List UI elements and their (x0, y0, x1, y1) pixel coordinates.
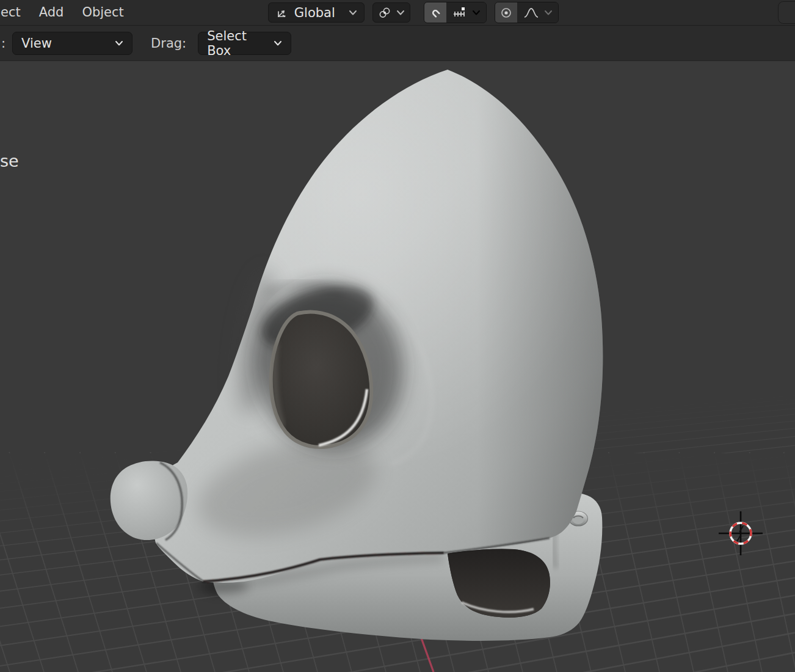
transform-orientation-dropdown[interactable]: Global (268, 2, 365, 23)
pivot-point-icon (378, 6, 391, 20)
proportional-editing-icon (499, 6, 513, 20)
nose (111, 461, 187, 540)
transform-orientation-value: Global (294, 5, 343, 20)
chevron-down-icon (396, 10, 405, 16)
snap-toggle-button[interactable] (424, 2, 446, 23)
drag-action-value: Select Box (207, 29, 274, 58)
chevron-down-icon (349, 10, 357, 16)
pivot-point-dropdown[interactable] (372, 2, 410, 23)
proportional-edit-group (495, 2, 559, 23)
chevron-down-icon (115, 40, 123, 46)
snapping-group (424, 2, 487, 23)
snap-settings-button[interactable] (446, 2, 486, 23)
chevron-down-icon (274, 40, 282, 46)
gizmo-view-value: View (21, 36, 52, 51)
chevron-down-icon (544, 10, 553, 16)
snap-increments-icon (452, 5, 468, 20)
snap-magnet-icon (429, 6, 442, 20)
falloff-smooth-icon (523, 5, 540, 20)
viewport-header-bar: ect Add Object Global (0, 0, 795, 26)
clipped-tool-label: : (1, 36, 5, 51)
proportional-editing-toggle[interactable] (495, 2, 517, 23)
tool-settings-bar: : View Drag: Select Box (0, 26, 795, 61)
viewport-corner-text: se (0, 152, 19, 170)
menu-select[interactable]: ect (0, 0, 30, 25)
transform-orientation-icon (275, 6, 289, 20)
fursuit-head-model[interactable] (111, 70, 603, 641)
menu-add[interactable]: Add (30, 0, 73, 25)
proportional-falloff-button[interactable] (517, 2, 558, 23)
clipped-header-button[interactable] (778, 1, 795, 24)
gizmo-view-dropdown[interactable]: View (12, 32, 132, 55)
drag-action-dropdown[interactable]: Select Box (198, 32, 291, 55)
3d-viewport[interactable]: se TheDealersDen.com (0, 61, 795, 672)
blender-window: { "menubar": { "items": [ {"label": "ect… (0, 0, 795, 672)
menu-object[interactable]: Object (73, 0, 132, 25)
drag-label: Drag: (151, 36, 186, 51)
chevron-down-icon (472, 10, 481, 16)
